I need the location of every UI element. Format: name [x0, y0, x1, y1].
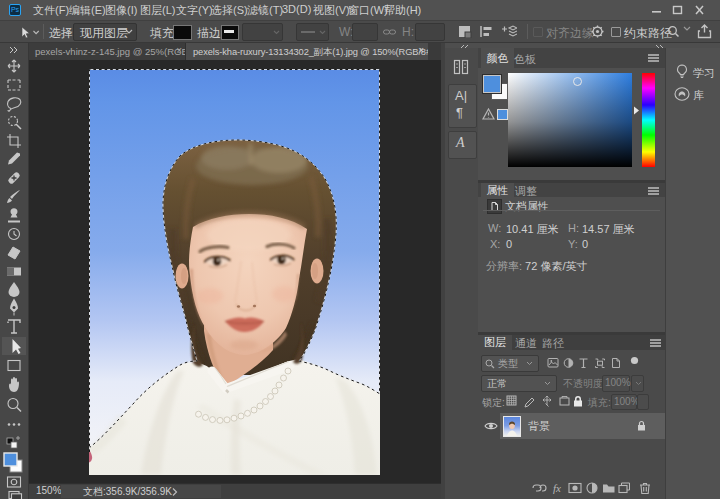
svg-text:fx: fx — [553, 482, 561, 494]
